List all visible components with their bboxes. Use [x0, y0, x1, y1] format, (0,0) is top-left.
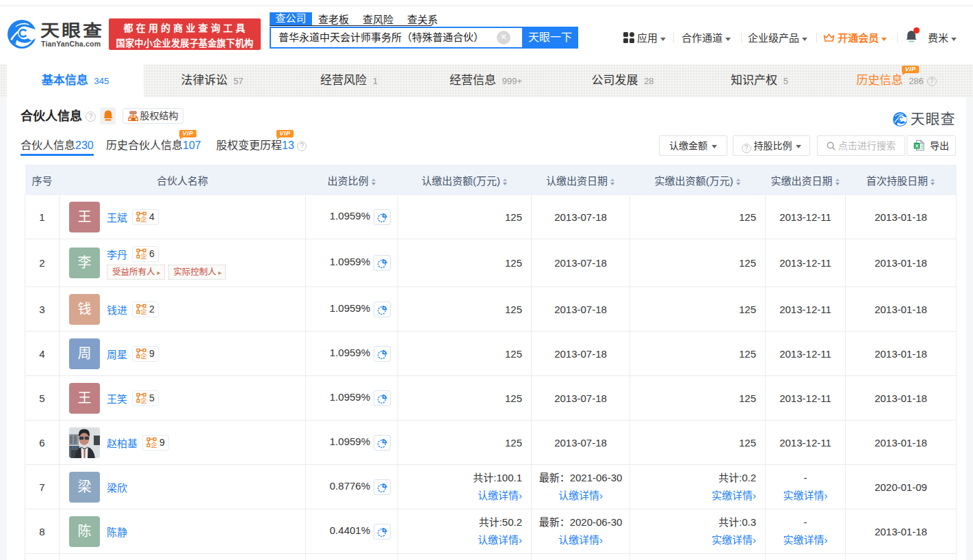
svg-text:X: X	[915, 143, 919, 149]
svg-text:企: 企	[140, 352, 147, 359]
svg-text:企: 企	[140, 397, 147, 403]
svg-text:企: 企	[140, 308, 147, 315]
svg-text:企: 企	[140, 252, 147, 259]
svg-text:企: 企	[140, 215, 147, 222]
svg-text:企: 企	[151, 441, 157, 448]
